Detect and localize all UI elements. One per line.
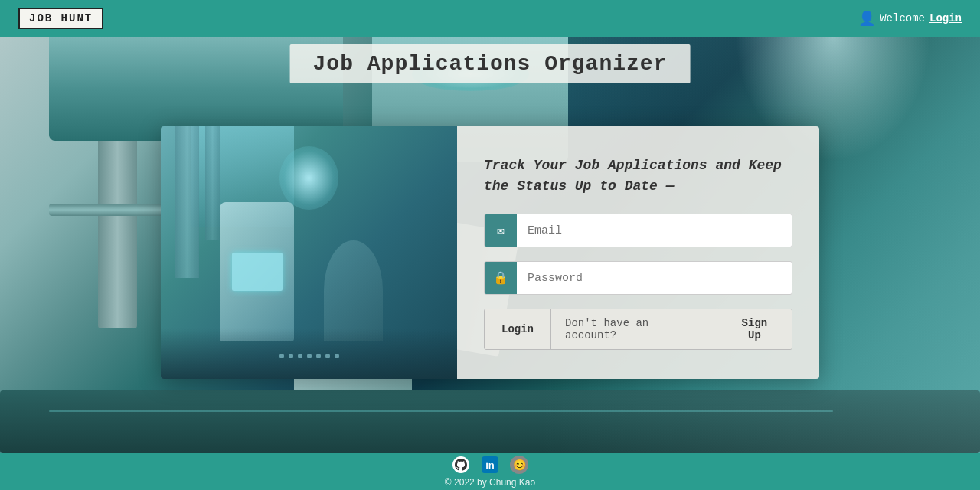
dot-6 <box>325 354 330 358</box>
card-robot-screen <box>232 253 283 291</box>
tagline: Track Your Job Applications and Keep the… <box>484 155 792 197</box>
dot-7 <box>335 354 339 358</box>
linkedin-link[interactable]: in <box>481 456 499 474</box>
card-dot-panel <box>161 346 457 366</box>
password-field[interactable] <box>517 264 792 292</box>
card-image-panel <box>161 126 457 379</box>
github-icon <box>452 456 469 473</box>
nav-welcome-area: 👤 Welcome Login <box>858 10 962 27</box>
dot-2 <box>289 354 293 358</box>
card-pipe-1 <box>175 126 199 278</box>
card-light-glow <box>279 146 338 210</box>
card-pipe-2 <box>205 126 220 240</box>
password-input-group: 🔒 <box>484 261 792 295</box>
no-account-prompt: Don't have an account? <box>551 309 717 349</box>
nav-login-link[interactable]: Login <box>929 12 962 24</box>
main-card: Track Your Job Applications and Keep the… <box>161 126 819 379</box>
card-hatch <box>324 240 383 341</box>
user-icon: 👤 <box>858 10 875 27</box>
dot-5 <box>316 354 321 358</box>
lock-icon: 🔒 <box>485 262 517 294</box>
logo[interactable]: JOB HUNT <box>18 8 103 29</box>
page-title-container: Job Applications Organizer <box>290 44 691 83</box>
email-input-group: ✉ <box>484 214 792 247</box>
footer-copyright: © 2022 by Chung Kao <box>445 477 535 488</box>
header: JOB HUNT 👤 Welcome Login <box>0 0 980 37</box>
page-title: Job Applications Organizer <box>290 44 691 83</box>
portfolio-link[interactable]: 😊 <box>510 456 528 474</box>
card-form-panel: Track Your Job Applications and Keep the… <box>457 126 819 379</box>
footer-icons: in 😊 <box>452 456 528 474</box>
signup-button[interactable]: Sign Up <box>717 309 792 349</box>
dot-3 <box>298 354 302 358</box>
footer: in 😊 © 2022 by Chung Kao <box>0 453 980 490</box>
login-button[interactable]: Login <box>485 309 551 349</box>
email-icon: ✉ <box>485 214 517 247</box>
button-row: Login Don't have an account? Sign Up <box>484 309 792 350</box>
welcome-text: Welcome <box>880 12 925 24</box>
linkedin-icon: in <box>482 456 498 473</box>
dot-4 <box>307 354 312 358</box>
portfolio-icon: 😊 <box>510 456 528 474</box>
email-field[interactable] <box>517 217 792 245</box>
github-link[interactable] <box>452 456 470 474</box>
dot-1 <box>279 354 284 358</box>
